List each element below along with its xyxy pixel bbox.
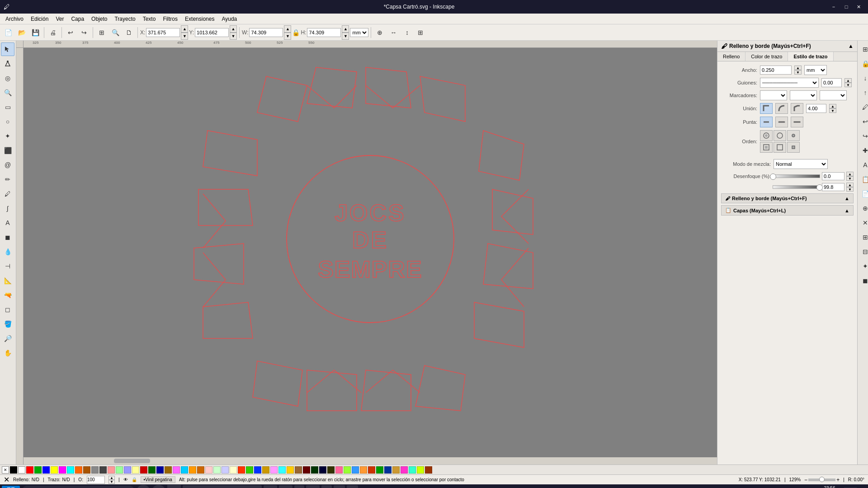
h-up-btn[interactable]: ▲ bbox=[342, 25, 349, 33]
color-chip-cyan[interactable] bbox=[67, 466, 74, 474]
select-tool[interactable] bbox=[1, 42, 14, 56]
canvas-area[interactable]: 325 350 375 400 425 450 475 500 525 550 bbox=[16, 41, 717, 465]
taskbar-app-fileexplorer[interactable]: 📁 bbox=[264, 485, 277, 488]
zoom-page-button[interactable]: 🗋 bbox=[123, 26, 135, 39]
color-chip-blue[interactable] bbox=[42, 466, 50, 474]
color-chip-skyblue[interactable] bbox=[181, 466, 188, 474]
union-miter-btn[interactable] bbox=[760, 103, 773, 114]
opacity-up-btn[interactable]: ▲ bbox=[108, 476, 115, 480]
open-button[interactable]: 📂 bbox=[15, 26, 28, 39]
orden-btn3[interactable] bbox=[787, 130, 800, 141]
color-chip-red[interactable] bbox=[26, 466, 33, 474]
ancho-input[interactable] bbox=[760, 66, 792, 75]
scrollbar-horizontal[interactable] bbox=[24, 457, 717, 465]
color-chip-orchid[interactable] bbox=[270, 466, 278, 474]
color-chip-olive[interactable] bbox=[165, 466, 172, 474]
orden-btn6[interactable] bbox=[787, 142, 800, 153]
menu-trayecto[interactable]: Trayecto bbox=[111, 15, 139, 23]
color-chip-chocolate[interactable] bbox=[425, 466, 432, 474]
guiones-up[interactable]: ▲ bbox=[844, 78, 852, 83]
dropper-tool[interactable]: 💧 bbox=[1, 245, 14, 258]
relleno-borde-collapsible[interactable]: 🖌 Relleno y borde (Mayús+Ctrl+F) ▲ bbox=[721, 193, 854, 203]
color-chip-maroon[interactable] bbox=[303, 466, 310, 474]
connector-tool[interactable]: ⊣ bbox=[1, 259, 14, 273]
close-button[interactable]: ✕ bbox=[854, 3, 864, 11]
menu-capa[interactable]: Capa bbox=[67, 15, 88, 23]
color-chip-green[interactable] bbox=[34, 466, 42, 474]
far-right-btn9[interactable]: A bbox=[859, 158, 868, 172]
far-right-btn3[interactable]: ↓ bbox=[859, 71, 868, 85]
taskbar-app-editor[interactable]: L bbox=[294, 485, 305, 488]
guiones-input[interactable] bbox=[821, 78, 842, 87]
unit-select[interactable]: mm px cm bbox=[350, 28, 368, 37]
color-chip-darkolive[interactable] bbox=[327, 466, 335, 474]
pencil-tool[interactable]: ✏ bbox=[1, 173, 14, 186]
w-up-btn[interactable]: ▲ bbox=[284, 25, 291, 33]
zoom-out-tool[interactable]: 🔎 bbox=[1, 332, 14, 345]
hand-tool[interactable]: ✋ bbox=[1, 346, 14, 360]
minimize-button[interactable]: − bbox=[828, 3, 839, 11]
color-chip-lightblue[interactable] bbox=[124, 466, 131, 474]
snap-btn2[interactable]: ↔ bbox=[387, 26, 400, 39]
far-right-btn15[interactable]: ⊟ bbox=[859, 245, 868, 258]
menu-extensiones[interactable]: Extensiones bbox=[181, 15, 218, 23]
star-tool[interactable]: ✦ bbox=[1, 129, 14, 143]
far-right-btn11[interactable]: 📄 bbox=[859, 187, 868, 201]
spray-tool[interactable]: 🔫 bbox=[1, 288, 14, 302]
color-chip-lavender[interactable] bbox=[222, 466, 229, 474]
punta-square-btn[interactable] bbox=[791, 117, 803, 127]
color-chip-brown[interactable] bbox=[83, 466, 90, 474]
far-right-btn1[interactable]: ⊞ bbox=[859, 42, 868, 56]
save-button[interactable]: 💾 bbox=[29, 26, 42, 39]
measure-tool[interactable]: 📐 bbox=[1, 274, 14, 287]
color-chip-seagreen[interactable] bbox=[376, 466, 383, 474]
x-input[interactable] bbox=[146, 28, 180, 37]
color-chip-yellow[interactable] bbox=[51, 466, 58, 474]
w-input[interactable] bbox=[249, 28, 283, 37]
calligraphy-tool[interactable]: ∫ bbox=[1, 202, 14, 215]
color-chip-yellowgreen[interactable] bbox=[417, 466, 424, 474]
snap-btn3[interactable]: ↕ bbox=[401, 26, 413, 39]
color-chip-hotpink[interactable] bbox=[335, 466, 343, 474]
union-down[interactable]: ▼ bbox=[829, 108, 836, 113]
taskbar-search-btn[interactable]: 🔍 bbox=[137, 485, 150, 488]
zoom-fit-button[interactable]: ⊞ bbox=[95, 26, 108, 39]
color-chip-darkgreen[interactable] bbox=[148, 466, 156, 474]
far-right-btn13[interactable]: ✕ bbox=[859, 216, 868, 230]
guiones-down[interactable]: ▼ bbox=[844, 83, 852, 87]
far-right-btn17[interactable]: ◼ bbox=[859, 274, 868, 287]
taskbar-cortana-btn[interactable]: ○ bbox=[152, 485, 165, 488]
opacity-down[interactable]: ▼ bbox=[846, 187, 854, 192]
capas-collapsible[interactable]: 📋 Capas (Mayús+Ctrl+L) ▲ bbox=[721, 205, 854, 216]
guiones-select[interactable]: ────────── - - - - - - · · · · · · bbox=[760, 78, 819, 88]
far-right-btn10[interactable]: 📋 bbox=[859, 173, 868, 186]
tab-relleno[interactable]: Relleno bbox=[717, 52, 745, 61]
tab-color-trazo[interactable]: Color de trazo bbox=[745, 52, 788, 61]
desenfoque-input[interactable] bbox=[822, 172, 844, 180]
color-chip-gold[interactable] bbox=[287, 466, 294, 474]
color-chip-chartreuse[interactable] bbox=[344, 466, 351, 474]
color-chip-lemonchiffon[interactable] bbox=[230, 466, 237, 474]
menu-objeto[interactable]: Objeto bbox=[88, 15, 111, 23]
far-right-btn8[interactable]: ✚ bbox=[859, 144, 868, 157]
taskview-button[interactable]: ⬡ bbox=[167, 485, 181, 488]
color-chip-orange[interactable] bbox=[75, 466, 82, 474]
color-chip-lightyellow[interactable] bbox=[132, 466, 139, 474]
color-chip-forestgreen[interactable] bbox=[311, 466, 318, 474]
desenfoque-down[interactable]: ▼ bbox=[846, 176, 854, 181]
color-chip-firebrick[interactable] bbox=[368, 466, 375, 474]
color-chip-goldenrod[interactable] bbox=[262, 466, 269, 474]
color-chip-peru[interactable] bbox=[295, 466, 302, 474]
eraser-tool[interactable]: ◻ bbox=[1, 303, 14, 316]
panel-collapse-icon[interactable]: ▲ bbox=[848, 43, 854, 49]
color-none-btn[interactable]: ✕ bbox=[2, 466, 9, 474]
orden-btn1[interactable] bbox=[760, 130, 773, 141]
far-right-btn14[interactable]: ⊞ bbox=[859, 230, 868, 244]
menu-filtros[interactable]: Filtros bbox=[159, 15, 181, 23]
gradient-tool[interactable]: ◼ bbox=[1, 230, 14, 244]
x-down-btn[interactable]: ▼ bbox=[181, 33, 188, 40]
far-right-btn2[interactable]: 🔒 bbox=[859, 57, 868, 70]
y-up-btn[interactable]: ▲ bbox=[230, 25, 237, 33]
zoom-slider[interactable] bbox=[808, 479, 835, 481]
zoom-minus-btn[interactable]: − bbox=[804, 477, 807, 483]
